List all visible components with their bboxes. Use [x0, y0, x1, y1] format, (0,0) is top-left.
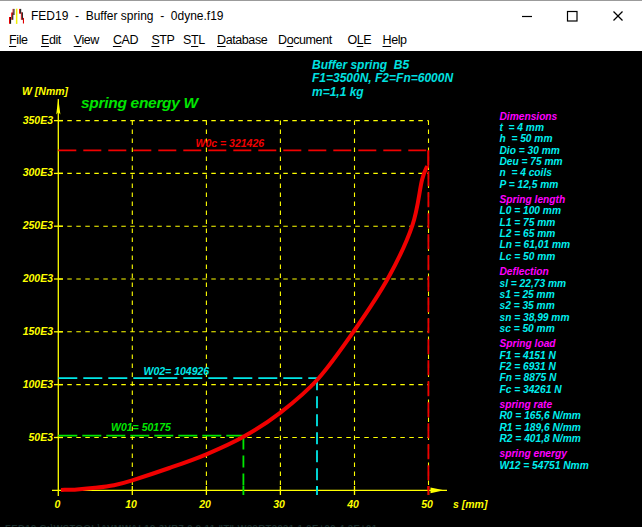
svg-text:s2 = 35 mm: s2 = 35 mm: [500, 300, 555, 311]
svg-text:F1=3500N, F2=Fn=6000N: F1=3500N, F2=Fn=6000N: [312, 71, 453, 85]
svg-text:W [Nmm]: W [Nmm]: [22, 85, 69, 97]
svg-text:L1 = 75 mm: L1 = 75 mm: [500, 217, 556, 228]
svg-text:m=1,1 kg: m=1,1 kg: [312, 85, 364, 99]
svg-text:h = 50 mm: h = 50 mm: [500, 133, 553, 144]
svg-text:0: 0: [55, 498, 61, 510]
svg-text:250E3: 250E3: [22, 219, 54, 231]
svg-text:Deu = 75 mm: Deu = 75 mm: [500, 156, 563, 167]
svg-text:sl = 22,73 mm: sl = 22,73 mm: [500, 278, 567, 289]
svg-text:10: 10: [125, 498, 137, 510]
svg-text:50E3: 50E3: [28, 431, 53, 443]
svg-text:sn = 38,99 mm: sn = 38,99 mm: [500, 312, 570, 323]
svg-text:spring energy W: spring energy W: [81, 94, 200, 111]
svg-text:W02= 104926: W02= 104926: [144, 365, 210, 377]
svg-text:Ln = 61,01 mm: Ln = 61,01 mm: [500, 239, 571, 250]
svg-text:100E3: 100E3: [23, 378, 54, 390]
svg-text:350E3: 350E3: [23, 114, 54, 126]
svg-text:150E3: 150E3: [23, 325, 54, 337]
svg-text:t = 4 mm: t = 4 mm: [500, 122, 544, 133]
svg-text:F1 = 4151 N: F1 = 4151 N: [500, 350, 557, 361]
svg-text:20: 20: [198, 498, 211, 510]
svg-text:Lc = 50 mm: Lc = 50 mm: [500, 251, 556, 262]
svg-text:R2 = 401,8 N/mm: R2 = 401,8 N/mm: [500, 433, 581, 444]
svg-text:Buffer spring B5: Buffer spring B5: [312, 58, 409, 72]
svg-text:L2 = 65 mm: L2 = 65 mm: [500, 228, 556, 239]
svg-text:Spring load: Spring load: [500, 338, 557, 349]
svg-text:Spring length: Spring length: [500, 194, 566, 205]
svg-text:P = 12,5 mm: P = 12,5 mm: [500, 179, 559, 190]
svg-text:Dio = 30 mm: Dio = 30 mm: [500, 145, 560, 156]
svg-text:W12 = 54751 Nmm: W12 = 54751 Nmm: [500, 460, 589, 471]
svg-text:40: 40: [346, 498, 359, 510]
svg-text:50: 50: [421, 498, 433, 510]
svg-text:Fn = 8875 N: Fn = 8875 N: [500, 372, 558, 383]
svg-text:F2 = 6931 N: F2 = 6931 N: [500, 361, 557, 372]
svg-text:R1 = 189,6 N/mm: R1 = 189,6 N/mm: [500, 422, 581, 433]
svg-text:s1 = 25 mm: s1 = 25 mm: [500, 289, 555, 300]
svg-text:200E3: 200E3: [22, 272, 54, 284]
svg-text:300E3: 300E3: [23, 166, 54, 178]
svg-text:W0c = 321426: W0c = 321426: [196, 137, 265, 149]
svg-text:Fc = 34261 N: Fc = 34261 N: [500, 384, 563, 395]
svg-text:n = 4 coils: n = 4 coils: [500, 167, 553, 178]
svg-text:R0 = 165,6 N/mm: R0 = 165,6 N/mm: [500, 410, 581, 421]
svg-text:W01= 50175: W01= 50175: [111, 421, 171, 433]
svg-text:spring energy: spring energy: [500, 448, 569, 459]
svg-text:Deflection: Deflection: [500, 266, 549, 277]
svg-text:s [mm]: s [mm]: [453, 498, 488, 510]
svg-text:spring rate: spring rate: [500, 399, 553, 410]
svg-text:sc = 50 mm: sc = 50 mm: [500, 323, 555, 334]
svg-text:Dimensions: Dimensions: [500, 111, 558, 122]
svg-text:L0 = 100 mm: L0 = 100 mm: [500, 205, 561, 216]
svg-text:30: 30: [273, 498, 285, 510]
